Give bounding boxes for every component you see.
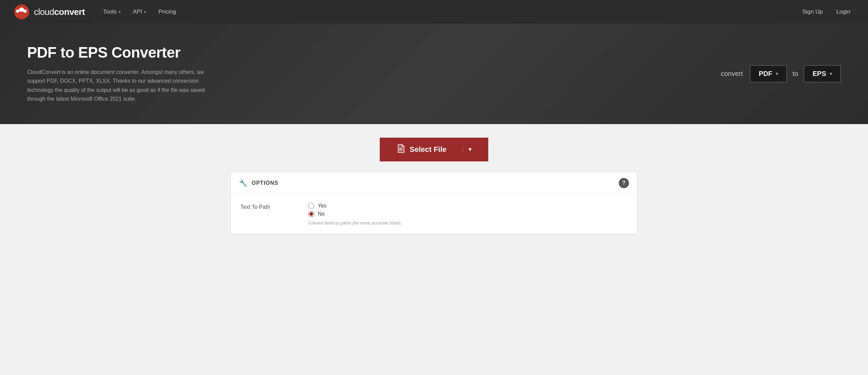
to-format-label: EPS — [812, 70, 826, 78]
from-format-label: PDF — [759, 70, 772, 78]
navbar-right: Sign Up Login — [798, 6, 854, 18]
svg-point-3 — [23, 9, 27, 13]
file-icon — [397, 144, 405, 155]
convert-label: convert — [721, 70, 743, 78]
options-header-left: 🔧 OPTIONS — [239, 179, 278, 187]
text-to-path-row: Text To Path Yes No Convert texts to pat… — [240, 203, 628, 225]
login-link[interactable]: Login — [832, 6, 854, 18]
nav-api[interactable]: API ▾ — [128, 6, 151, 18]
tools-chevron-icon: ▾ — [119, 10, 121, 14]
api-chevron-icon: ▾ — [144, 10, 146, 14]
logo-link[interactable]: cloudconvert — [14, 4, 85, 20]
options-title: OPTIONS — [252, 180, 278, 186]
nav-pricing[interactable]: Pricing — [154, 6, 181, 18]
hero-description: CloudConvert is an online document conve… — [27, 68, 217, 104]
text-to-path-label: Text To Path — [240, 203, 295, 210]
hero-right: convert PDF ▾ to EPS ▾ — [721, 65, 841, 82]
text-to-path-controls: Yes No Convert texts to paths (for more … — [308, 203, 402, 225]
select-file-main: Select File — [397, 144, 447, 155]
to-label: to — [792, 70, 798, 78]
main-content: Select File ▾ 🔧 OPTIONS ? Text To Path Y… — [0, 124, 868, 248]
to-format-button[interactable]: EPS ▾ — [804, 65, 841, 82]
options-panel: 🔧 OPTIONS ? Text To Path Yes No Convert — [231, 172, 637, 234]
select-file-chevron-icon: ▾ — [463, 146, 471, 153]
no-radio-label: No — [318, 211, 324, 217]
logo-icon — [14, 4, 30, 20]
select-file-button[interactable]: Select File ▾ — [380, 138, 488, 161]
nav-tools[interactable]: Tools ▾ — [98, 6, 125, 18]
options-header: 🔧 OPTIONS ? — [231, 172, 637, 195]
nav-links: Tools ▾ API ▾ Pricing — [98, 6, 181, 18]
page-title: PDF to EPS Converter — [27, 44, 217, 61]
logo-text: cloudconvert — [34, 7, 85, 17]
no-radio-row[interactable]: No — [308, 211, 402, 217]
from-format-button[interactable]: PDF ▾ — [750, 65, 787, 82]
wrench-icon: 🔧 — [239, 179, 248, 187]
options-body: Text To Path Yes No Convert texts to pat… — [231, 195, 637, 234]
navbar-left: cloudconvert Tools ▾ API ▾ Pricing — [14, 4, 181, 20]
yes-radio-row[interactable]: Yes — [308, 203, 402, 209]
help-button[interactable]: ? — [619, 178, 629, 188]
to-format-chevron-icon: ▾ — [830, 71, 832, 76]
hero-left: PDF to EPS Converter CloudConvert is an … — [27, 44, 217, 104]
yes-radio[interactable] — [308, 203, 314, 209]
no-radio[interactable] — [308, 211, 314, 217]
hero-section: PDF to EPS Converter CloudConvert is an … — [0, 24, 868, 124]
navbar: cloudconvert Tools ▾ API ▾ Pricing Sign … — [0, 0, 868, 24]
yes-radio-label: Yes — [318, 203, 327, 209]
signup-link[interactable]: Sign Up — [798, 6, 827, 18]
select-file-area: Select File ▾ — [27, 138, 841, 161]
select-file-label: Select File — [410, 145, 447, 154]
svg-point-1 — [16, 9, 19, 13]
text-to-path-hint: Convert texts to paths (for more accurat… — [308, 220, 402, 225]
from-format-chevron-icon: ▾ — [776, 71, 778, 76]
